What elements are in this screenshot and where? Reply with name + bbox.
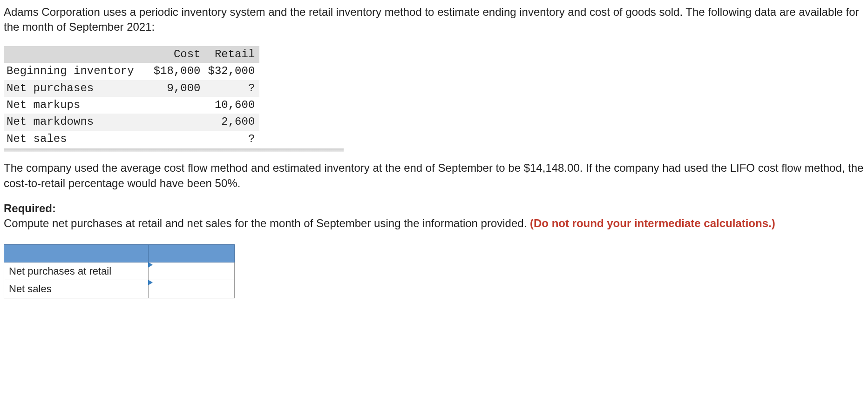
answer-input-cell-net-purchases[interactable] [149, 262, 235, 280]
row-cost: $18,000 [151, 63, 205, 80]
input-marker-icon [148, 262, 153, 268]
required-label: Required: [4, 201, 864, 216]
table-shadow [4, 148, 344, 152]
row-label: Net markdowns [4, 114, 151, 130]
answer-label-net-purchases: Net purchases at retail [4, 262, 149, 280]
data-table-container: Cost Retail Beginning inventory $18,000 … [4, 46, 864, 152]
answer-header-blank-1 [4, 244, 149, 262]
table-row: Net markdowns 2,600 [4, 114, 259, 130]
table-row: Net markups 10,600 [4, 97, 259, 114]
input-marker-icon [148, 280, 153, 285]
table-header-row: Cost Retail [4, 46, 259, 63]
answer-label-net-sales: Net sales [4, 280, 149, 298]
row-retail: ? [205, 131, 259, 148]
required-text: Compute net purchases at retail and net … [4, 217, 530, 229]
required-section: Required: Compute net purchases at retai… [4, 201, 864, 231]
net-purchases-retail-input[interactable] [149, 262, 234, 280]
answer-header-blank-2 [149, 244, 235, 262]
answer-input-table: Net purchases at retail Net sales [4, 244, 235, 298]
row-label: Net purchases [4, 80, 151, 97]
table-row: Net purchases 9,000 ? [4, 80, 259, 97]
net-sales-input[interactable] [149, 280, 234, 298]
row-cost: 9,000 [151, 80, 205, 97]
row-label: Beginning inventory [4, 63, 151, 80]
row-label: Net markups [4, 97, 151, 114]
row-label: Net sales [4, 131, 151, 148]
row-retail: $32,000 [205, 63, 259, 80]
answer-row-net-purchases: Net purchases at retail [4, 262, 235, 280]
problem-intro: Adams Corporation uses a periodic invent… [4, 5, 864, 35]
row-retail: ? [205, 80, 259, 97]
answer-header-row [4, 244, 235, 262]
row-cost [151, 97, 205, 114]
header-blank [4, 46, 151, 63]
row-cost [151, 114, 205, 130]
row-retail: 2,600 [205, 114, 259, 130]
table-row: Net sales ? [4, 131, 259, 148]
table-row: Beginning inventory $18,000 $32,000 [4, 63, 259, 80]
row-retail: 10,600 [205, 97, 259, 114]
given-data-table: Cost Retail Beginning inventory $18,000 … [4, 46, 259, 148]
header-retail: Retail [205, 46, 259, 63]
problem-context: The company used the average cost flow m… [4, 161, 864, 191]
red-note: (Do not round your intermediate calculat… [530, 217, 775, 229]
answer-row-net-sales: Net sales [4, 280, 235, 298]
answer-input-cell-net-sales[interactable] [149, 280, 235, 298]
row-cost [151, 131, 205, 148]
header-cost: Cost [151, 46, 205, 63]
